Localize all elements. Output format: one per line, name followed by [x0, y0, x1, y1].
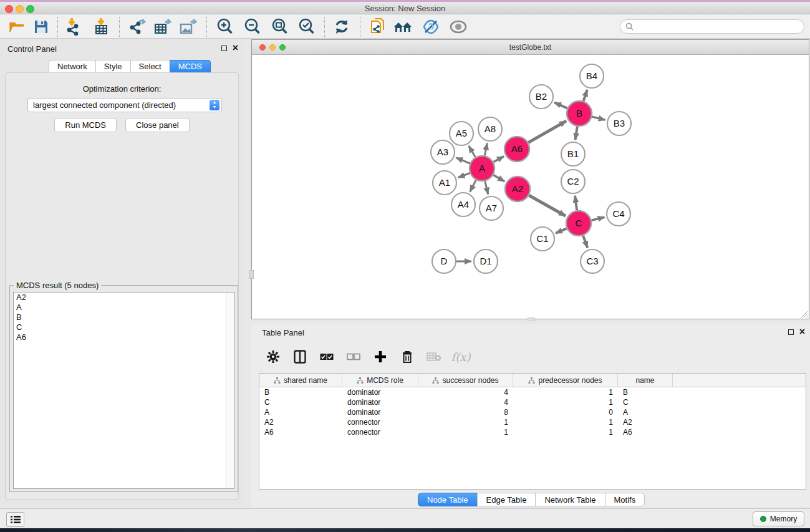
graph-node-A1[interactable]: A1	[433, 171, 456, 195]
graph-edge-A-A8[interactable]	[485, 143, 487, 156]
hide-labels-icon[interactable]	[420, 17, 442, 36]
column-header-shared-name[interactable]: shared name	[259, 374, 342, 387]
table-cell[interactable]: 1	[513, 427, 618, 437]
graph-node-A3[interactable]: A3	[431, 140, 455, 164]
criterion-dropdown[interactable]: largest connected component (directed) ▲…	[27, 98, 222, 112]
table-cell[interactable]: 1	[513, 387, 618, 397]
table-cell[interactable]: dominator	[342, 397, 418, 407]
zoom-in-icon[interactable]	[214, 17, 236, 36]
clone-network-icon[interactable]	[367, 17, 389, 36]
table-cell[interactable]: A6	[618, 427, 673, 437]
graph-edge-C-C4[interactable]	[591, 217, 604, 220]
float-panel-icon[interactable]	[221, 46, 227, 51]
select-all-icon[interactable]	[319, 349, 335, 365]
table-row[interactable]: Adominator80A	[259, 407, 806, 417]
float-table-panel-icon[interactable]	[788, 329, 794, 335]
tab-network-table[interactable]: Network Table	[535, 493, 604, 506]
graph-edge-B-B1[interactable]	[575, 127, 577, 140]
graph-edge-B-B2[interactable]	[554, 102, 567, 108]
column-header-MCDS-role[interactable]: MCDS role	[342, 374, 418, 387]
graph-node-A[interactable]: A	[470, 156, 494, 181]
graph-node-B2[interactable]: B2	[529, 85, 553, 109]
zoom-out-icon[interactable]	[241, 17, 264, 36]
zoom-selected-icon[interactable]	[296, 17, 318, 36]
graph-edge-A-A1[interactable]	[458, 173, 470, 178]
graph-node-A5[interactable]: A5	[450, 122, 473, 145]
list-item[interactable]: A2	[14, 293, 234, 302]
import-table-icon[interactable]	[90, 17, 113, 36]
bottom-splitter-handle[interactable]	[528, 317, 535, 321]
save-session-icon[interactable]	[30, 17, 52, 36]
delete-row-icon[interactable]	[399, 349, 415, 365]
table-cell[interactable]: 4	[418, 387, 513, 397]
graph-node-A6[interactable]: A6	[504, 137, 529, 162]
tab-edge-table[interactable]: Edge Table	[477, 493, 536, 506]
graph-node-B1[interactable]: B1	[561, 142, 585, 166]
tab-node-table[interactable]: Node Table	[418, 493, 477, 506]
node-table[interactable]: shared nameMCDS rolesuccessor nodesprede…	[259, 373, 806, 490]
export-image-icon[interactable]	[177, 17, 200, 36]
table-cell[interactable]: C	[259, 397, 342, 407]
table-cell[interactable]: B	[259, 387, 342, 397]
open-file-icon[interactable]	[6, 17, 29, 36]
list-item[interactable]: B	[14, 312, 234, 322]
table-cell[interactable]: connector	[342, 417, 418, 427]
graph-edge-C-C2[interactable]	[575, 196, 577, 210]
graph-node-A4[interactable]: A4	[451, 193, 475, 216]
graph-edge-B-B4[interactable]	[584, 90, 587, 101]
column-header-predecessor-nodes[interactable]: predecessor nodes	[513, 374, 618, 387]
table-cell[interactable]: C	[618, 397, 673, 407]
graph-node-C2[interactable]: C2	[561, 170, 585, 193]
table-cell[interactable]: connector	[342, 427, 418, 437]
table-cell[interactable]: dominator	[342, 407, 418, 417]
table-cell[interactable]: B	[618, 387, 673, 397]
refresh-icon[interactable]	[330, 17, 353, 36]
task-history-button[interactable]	[6, 512, 24, 527]
table-cell[interactable]: 4	[418, 397, 513, 407]
export-network-icon[interactable]	[126, 17, 148, 36]
graph-edge-A-A7[interactable]	[485, 181, 488, 194]
table-cell[interactable]: 1	[418, 417, 513, 427]
network-canvas[interactable]: B4B2BB3A5A8A6A3B1AA1C2A2A4A7C4CC1C3DD1	[252, 56, 809, 319]
graph-node-A8[interactable]: A8	[478, 117, 502, 141]
search-field[interactable]	[620, 19, 804, 34]
close-table-panel-icon[interactable]: ×	[799, 329, 805, 335]
table-cell[interactable]: A6	[259, 427, 342, 437]
graph-edge-C-C1[interactable]	[556, 228, 567, 233]
zoom-fit-icon[interactable]	[269, 17, 291, 36]
column-header-successor-nodes[interactable]: successor nodes	[418, 374, 513, 387]
table-cell[interactable]: 0	[513, 407, 618, 417]
graph-node-B3[interactable]: B3	[607, 112, 631, 135]
main-titlebar[interactable]: Session: New Session	[0, 2, 810, 14]
table-row[interactable]: A2connector11A2	[259, 417, 806, 427]
graph-edge-A-A6[interactable]	[493, 157, 504, 162]
close-panel-icon[interactable]: ×	[233, 45, 238, 51]
table-cell[interactable]: A	[259, 407, 342, 417]
table-cell[interactable]: 1	[513, 417, 618, 427]
graph-edge-A-A3[interactable]	[456, 158, 470, 163]
table-row[interactable]: Bdominator41B	[259, 387, 806, 397]
search-input[interactable]	[637, 22, 793, 31]
mcds-result-list[interactable]: A2ABCA6	[13, 292, 234, 489]
table-cell[interactable]: A2	[259, 417, 342, 427]
network-window-titlebar[interactable]: testGlobe.txt	[252, 40, 809, 55]
graph-edge-A-A2[interactable]	[493, 175, 504, 181]
graph-node-D[interactable]: D	[432, 249, 456, 273]
table-row[interactable]: Cdominator41C	[259, 397, 806, 407]
table-cell[interactable]: A2	[618, 417, 673, 427]
export-table-icon[interactable]	[152, 17, 174, 36]
list-item[interactable]: A	[14, 302, 234, 312]
graph-edge-A2-C[interactable]	[529, 195, 566, 216]
close-panel-button[interactable]: Close panel	[125, 118, 190, 132]
list-scrollbar[interactable]	[226, 293, 234, 488]
tab-network[interactable]: Network	[49, 60, 95, 73]
table-cell[interactable]: A	[618, 407, 673, 417]
table-cell[interactable]: 1	[418, 427, 513, 437]
deselect-all-icon[interactable]	[345, 349, 362, 365]
tab-select[interactable]: Select	[130, 60, 170, 73]
tab-motifs[interactable]: Motifs	[605, 493, 645, 506]
graph-edge-C-C3[interactable]	[583, 236, 587, 248]
graph-edge-A-A4[interactable]	[470, 180, 476, 192]
run-mcds-button[interactable]: Run MCDS	[54, 118, 117, 132]
graph-edge-A6-B[interactable]	[528, 121, 566, 143]
